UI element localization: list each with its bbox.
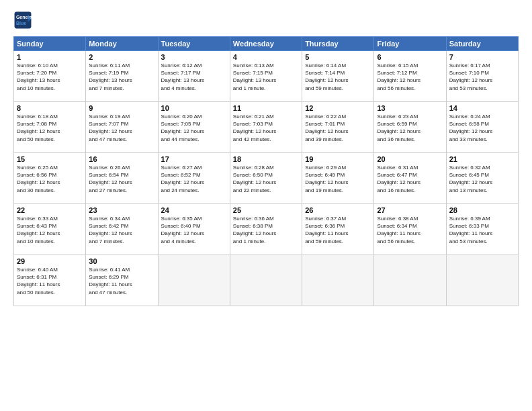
day-info: Sunrise: 6:25 AM Sunset: 6:56 PM Dayligh…: [17, 164, 83, 194]
day-cell: 19Sunrise: 6:29 AM Sunset: 6:49 PM Dayli…: [302, 153, 374, 204]
day-cell: 10Sunrise: 6:20 AM Sunset: 7:05 PM Dayli…: [158, 102, 230, 153]
day-number: 22: [17, 206, 83, 214]
day-number: 4: [233, 53, 299, 61]
day-number: 1: [17, 53, 83, 61]
day-number: 14: [449, 104, 515, 112]
weekday-header-thursday: Thursday: [302, 37, 374, 51]
day-info: Sunrise: 6:15 AM Sunset: 7:12 PM Dayligh…: [377, 62, 443, 92]
day-info: Sunrise: 6:29 AM Sunset: 6:49 PM Dayligh…: [305, 164, 371, 194]
day-info: Sunrise: 6:39 AM Sunset: 6:33 PM Dayligh…: [449, 215, 515, 245]
day-number: 23: [89, 206, 154, 214]
header-area: General Blue: [13, 11, 519, 30]
day-number: 12: [305, 104, 371, 112]
day-number: 6: [377, 53, 443, 61]
day-info: Sunrise: 6:10 AM Sunset: 7:20 PM Dayligh…: [17, 62, 83, 92]
day-cell: 8Sunrise: 6:18 AM Sunset: 7:08 PM Daylig…: [14, 102, 86, 153]
weekday-header-monday: Monday: [86, 37, 158, 51]
day-info: Sunrise: 6:22 AM Sunset: 7:01 PM Dayligh…: [305, 113, 371, 143]
day-number: 15: [17, 155, 83, 163]
day-info: Sunrise: 6:35 AM Sunset: 6:40 PM Dayligh…: [161, 215, 227, 245]
day-info: Sunrise: 6:40 AM Sunset: 6:31 PM Dayligh…: [17, 266, 83, 296]
day-info: Sunrise: 6:20 AM Sunset: 7:05 PM Dayligh…: [161, 113, 227, 143]
day-cell: 9Sunrise: 6:19 AM Sunset: 7:07 PM Daylig…: [86, 102, 158, 153]
day-number: 5: [305, 53, 371, 61]
svg-text:Blue: Blue: [16, 21, 26, 26]
day-cell: 27Sunrise: 6:38 AM Sunset: 6:34 PM Dayli…: [374, 204, 446, 255]
day-cell: 3Sunrise: 6:12 AM Sunset: 7:17 PM Daylig…: [158, 51, 230, 102]
day-info: Sunrise: 6:33 AM Sunset: 6:43 PM Dayligh…: [17, 215, 83, 245]
day-cell: [158, 255, 230, 306]
day-number: 28: [449, 206, 515, 214]
day-number: 2: [89, 53, 154, 61]
day-cell: 2Sunrise: 6:11 AM Sunset: 7:19 PM Daylig…: [86, 51, 158, 102]
day-cell: 13Sunrise: 6:23 AM Sunset: 6:59 PM Dayli…: [374, 102, 446, 153]
day-number: 25: [233, 206, 299, 214]
day-info: Sunrise: 6:18 AM Sunset: 7:08 PM Dayligh…: [17, 113, 83, 143]
day-cell: 4Sunrise: 6:13 AM Sunset: 7:15 PM Daylig…: [230, 51, 302, 102]
day-cell: 15Sunrise: 6:25 AM Sunset: 6:56 PM Dayli…: [14, 153, 86, 204]
day-info: Sunrise: 6:41 AM Sunset: 6:29 PM Dayligh…: [89, 266, 154, 296]
day-number: 27: [377, 206, 443, 214]
day-number: 18: [233, 155, 299, 163]
day-cell: 23Sunrise: 6:34 AM Sunset: 6:42 PM Dayli…: [86, 204, 158, 255]
day-number: 19: [305, 155, 371, 163]
day-info: Sunrise: 6:27 AM Sunset: 6:52 PM Dayligh…: [161, 164, 227, 194]
day-number: 30: [89, 257, 154, 265]
day-number: 26: [305, 206, 371, 214]
day-cell: 18Sunrise: 6:28 AM Sunset: 6:50 PM Dayli…: [230, 153, 302, 204]
week-row-5: 29Sunrise: 6:40 AM Sunset: 6:31 PM Dayli…: [14, 255, 519, 306]
calendar-table: SundayMondayTuesdayWednesdayThursdayFrid…: [13, 36, 519, 306]
day-info: Sunrise: 6:26 AM Sunset: 6:54 PM Dayligh…: [89, 164, 154, 194]
day-cell: 25Sunrise: 6:36 AM Sunset: 6:38 PM Dayli…: [230, 204, 302, 255]
day-number: 7: [449, 53, 515, 61]
day-cell: 12Sunrise: 6:22 AM Sunset: 7:01 PM Dayli…: [302, 102, 374, 153]
day-info: Sunrise: 6:21 AM Sunset: 7:03 PM Dayligh…: [233, 113, 299, 143]
day-cell: 21Sunrise: 6:32 AM Sunset: 6:45 PM Dayli…: [446, 153, 518, 204]
day-number: 20: [377, 155, 443, 163]
day-number: 11: [233, 104, 299, 112]
day-info: Sunrise: 6:17 AM Sunset: 7:10 PM Dayligh…: [449, 62, 515, 92]
day-info: Sunrise: 6:28 AM Sunset: 6:50 PM Dayligh…: [233, 164, 299, 194]
page: General Blue SundayMondayTuesdayWednesda…: [0, 0, 532, 411]
day-cell: 20Sunrise: 6:31 AM Sunset: 6:47 PM Dayli…: [374, 153, 446, 204]
day-cell: 5Sunrise: 6:14 AM Sunset: 7:14 PM Daylig…: [302, 51, 374, 102]
day-number: 17: [161, 155, 227, 163]
day-number: 10: [161, 104, 227, 112]
weekday-header-row: SundayMondayTuesdayWednesdayThursdayFrid…: [14, 37, 519, 51]
day-info: Sunrise: 6:11 AM Sunset: 7:19 PM Dayligh…: [89, 62, 154, 92]
day-number: 8: [17, 104, 83, 112]
day-cell: 11Sunrise: 6:21 AM Sunset: 7:03 PM Dayli…: [230, 102, 302, 153]
weekday-header-tuesday: Tuesday: [158, 37, 230, 51]
day-cell: 30Sunrise: 6:41 AM Sunset: 6:29 PM Dayli…: [86, 255, 158, 306]
day-info: Sunrise: 6:31 AM Sunset: 6:47 PM Dayligh…: [377, 164, 443, 194]
week-row-3: 15Sunrise: 6:25 AM Sunset: 6:56 PM Dayli…: [14, 153, 519, 204]
day-cell: 24Sunrise: 6:35 AM Sunset: 6:40 PM Dayli…: [158, 204, 230, 255]
weekday-header-wednesday: Wednesday: [230, 37, 302, 51]
day-cell: 26Sunrise: 6:37 AM Sunset: 6:36 PM Dayli…: [302, 204, 374, 255]
day-info: Sunrise: 6:34 AM Sunset: 6:42 PM Dayligh…: [89, 215, 154, 245]
day-info: Sunrise: 6:37 AM Sunset: 6:36 PM Dayligh…: [305, 215, 371, 245]
week-row-4: 22Sunrise: 6:33 AM Sunset: 6:43 PM Dayli…: [14, 204, 519, 255]
day-number: 3: [161, 53, 227, 61]
week-row-2: 8Sunrise: 6:18 AM Sunset: 7:08 PM Daylig…: [14, 102, 519, 153]
day-info: Sunrise: 6:19 AM Sunset: 7:07 PM Dayligh…: [89, 113, 154, 143]
week-row-1: 1Sunrise: 6:10 AM Sunset: 7:20 PM Daylig…: [14, 51, 519, 102]
day-info: Sunrise: 6:24 AM Sunset: 6:58 PM Dayligh…: [449, 113, 515, 143]
day-cell: 17Sunrise: 6:27 AM Sunset: 6:52 PM Dayli…: [158, 153, 230, 204]
day-cell: 1Sunrise: 6:10 AM Sunset: 7:20 PM Daylig…: [14, 51, 86, 102]
day-number: 29: [17, 257, 83, 265]
day-cell: 14Sunrise: 6:24 AM Sunset: 6:58 PM Dayli…: [446, 102, 518, 153]
day-number: 24: [161, 206, 227, 214]
day-cell: 6Sunrise: 6:15 AM Sunset: 7:12 PM Daylig…: [374, 51, 446, 102]
day-info: Sunrise: 6:38 AM Sunset: 6:34 PM Dayligh…: [377, 215, 443, 245]
day-cell: 22Sunrise: 6:33 AM Sunset: 6:43 PM Dayli…: [14, 204, 86, 255]
day-cell: [230, 255, 302, 306]
day-info: Sunrise: 6:36 AM Sunset: 6:38 PM Dayligh…: [233, 215, 299, 245]
day-info: Sunrise: 6:14 AM Sunset: 7:14 PM Dayligh…: [305, 62, 371, 92]
weekday-header-friday: Friday: [374, 37, 446, 51]
day-cell: [302, 255, 374, 306]
weekday-header-saturday: Saturday: [446, 37, 518, 51]
day-cell: 29Sunrise: 6:40 AM Sunset: 6:31 PM Dayli…: [14, 255, 86, 306]
weekday-header-sunday: Sunday: [14, 37, 86, 51]
day-number: 21: [449, 155, 515, 163]
